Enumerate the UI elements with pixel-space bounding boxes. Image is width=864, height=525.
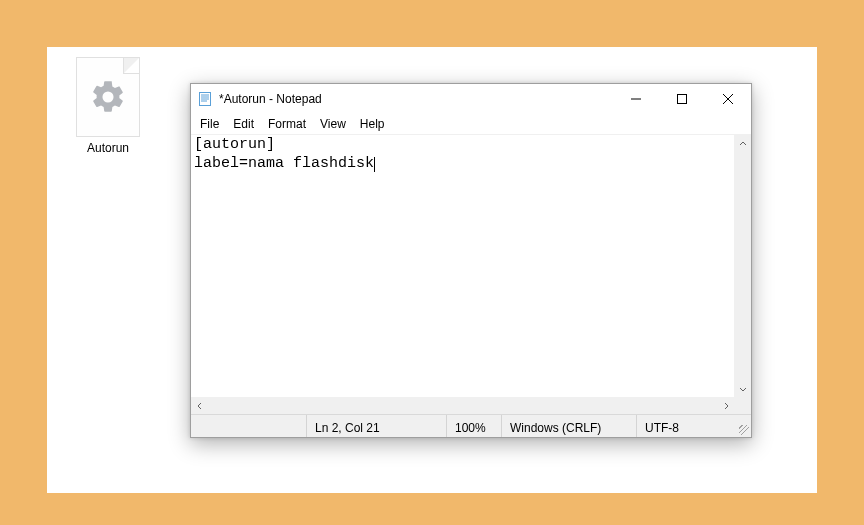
desktop-icon-label: Autorun — [87, 141, 129, 155]
status-zoom: 100% — [446, 415, 501, 437]
text-caret — [374, 157, 375, 172]
scroll-corner — [734, 398, 751, 415]
status-eol: Windows (CRLF) — [501, 415, 636, 437]
vertical-scrollbar[interactable] — [734, 135, 751, 397]
menu-edit[interactable]: Edit — [226, 116, 261, 132]
editor-area: [autorun] label=nama flashdisk — [191, 134, 751, 397]
maximize-button[interactable] — [659, 84, 705, 114]
resize-grip-icon[interactable] — [734, 415, 751, 437]
menu-view[interactable]: View — [313, 116, 353, 132]
statusbar: Ln 2, Col 21 100% Windows (CRLF) UTF-8 — [191, 414, 751, 437]
desktop-file-autorun[interactable]: Autorun — [67, 57, 149, 155]
notepad-app-icon — [197, 91, 213, 107]
menubar: File Edit Format View Help — [191, 114, 751, 134]
scroll-up-icon[interactable] — [735, 135, 751, 152]
minimize-button[interactable] — [613, 84, 659, 114]
svg-rect-6 — [678, 95, 687, 104]
file-thumb — [76, 57, 140, 137]
desktop-background: Autorun *Autorun - Notepad — [47, 47, 817, 493]
notepad-window: *Autorun - Notepad File Edit Format View… — [190, 83, 752, 438]
text-editor[interactable]: [autorun] label=nama flashdisk — [191, 135, 734, 397]
status-encoding: UTF-8 — [636, 415, 734, 437]
status-spacer — [191, 415, 306, 437]
titlebar[interactable]: *Autorun - Notepad — [191, 84, 751, 114]
window-controls — [613, 84, 751, 114]
scroll-track-v[interactable] — [735, 152, 751, 380]
close-button[interactable] — [705, 84, 751, 114]
status-lncol: Ln 2, Col 21 — [306, 415, 446, 437]
menu-file[interactable]: File — [193, 116, 226, 132]
scroll-down-icon[interactable] — [735, 380, 751, 397]
editor-content: [autorun] label=nama flashdisk — [194, 136, 374, 172]
gear-icon — [89, 78, 127, 116]
scroll-track-h[interactable] — [208, 398, 717, 414]
menu-format[interactable]: Format — [261, 116, 313, 132]
scroll-right-icon[interactable] — [717, 398, 734, 414]
window-title: *Autorun - Notepad — [219, 92, 613, 106]
horizontal-scrollbar[interactable] — [191, 397, 751, 414]
menu-help[interactable]: Help — [353, 116, 392, 132]
scroll-left-icon[interactable] — [191, 398, 208, 414]
